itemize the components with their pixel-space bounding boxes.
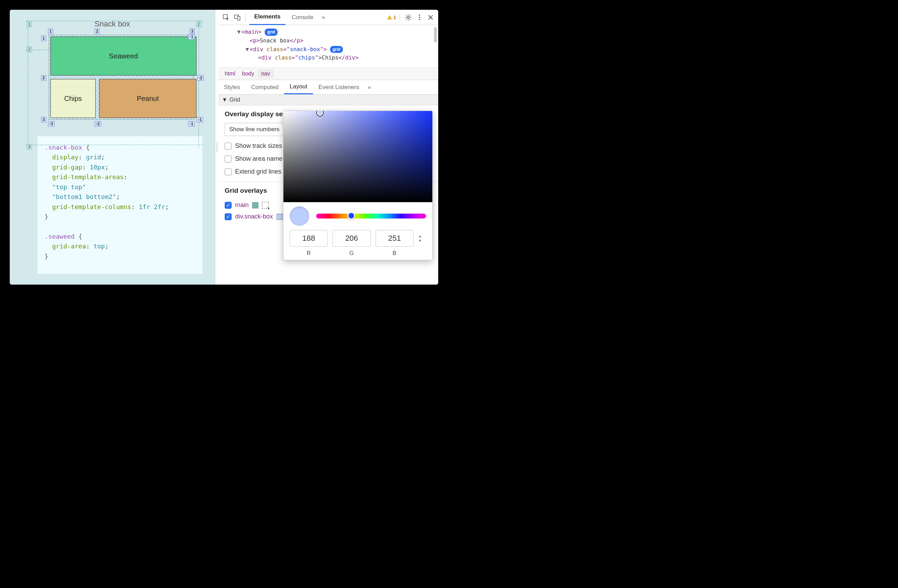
r-label: R (290, 247, 328, 256)
checkbox[interactable]: ✓ (224, 202, 232, 209)
grid-line-marker: 3 (27, 144, 32, 149)
pane-resizer[interactable] (215, 10, 218, 285)
svg-point-3 (407, 16, 409, 18)
color-mode-stepper[interactable]: ▲ ▼ (418, 230, 426, 243)
grid-cell-chips: Chips (51, 79, 95, 118)
checkbox[interactable] (224, 168, 232, 175)
grid-cell-seaweed: Seaweed (51, 37, 197, 75)
breadcrumb-html[interactable]: html (221, 69, 238, 78)
grid-extend-line (26, 21, 203, 21)
grid-line-marker: -2 (197, 75, 204, 81)
rgb-inputs: 188 R 206 G 251 B ▲ ▼ (283, 230, 432, 260)
grid-line-marker: -1 (188, 121, 195, 127)
svg-rect-2 (238, 16, 240, 20)
grid-badge[interactable]: grid (264, 29, 278, 36)
option-label: Show area name (235, 155, 282, 163)
svg-line-8 (406, 15, 407, 15)
scrollbar-thumb[interactable] (434, 27, 437, 42)
svg-line-11 (410, 15, 411, 15)
devtools-toolbar: Elements Console » 1 (218, 10, 438, 25)
g-label: G (332, 247, 371, 256)
grid-line-marker: 1 (41, 35, 46, 41)
svg-line-10 (406, 19, 407, 20)
color-swatch[interactable] (277, 214, 283, 220)
grid-line-marker: 3 (41, 117, 46, 123)
grid-outline: Seaweed Chips Peanut (49, 35, 194, 120)
page-title: Snack box (10, 10, 215, 35)
color-swatch[interactable] (252, 202, 258, 208)
grid-line-marker: -1 (197, 117, 203, 123)
grid-line-marker: 2 (41, 75, 46, 81)
grid-line-marker: -1 (188, 34, 195, 40)
grid-line-marker: 3 (189, 29, 195, 34)
grid-line-marker: -2 (95, 121, 101, 127)
r-input[interactable]: 188 (290, 230, 328, 247)
breadcrumb-body[interactable]: body (238, 69, 258, 78)
grid-line-marker: 1 (48, 29, 53, 34)
grid-line-marker: 2 (196, 22, 201, 27)
grid-line-marker: 2 (95, 29, 100, 34)
devtools-pane: Elements Console » 1 ▼<main> grid (218, 10, 438, 285)
saturation-panel[interactable] (283, 111, 432, 202)
subtab-layout[interactable]: Layout (284, 80, 313, 94)
subtab-computed[interactable]: Computed (246, 80, 284, 94)
grid-cell-peanut: Peanut (99, 79, 197, 118)
breadcrumb-nav[interactable]: nav (258, 69, 274, 78)
svg-point-13 (419, 17, 420, 18)
svg-point-14 (419, 19, 420, 20)
option-label: Show track sizes (235, 142, 282, 149)
close-icon[interactable] (426, 12, 435, 22)
css-code-block: .snack-box { display: grid; grid-gap: 10… (38, 136, 202, 274)
grid-extend-line (198, 20, 199, 148)
g-input[interactable]: 206 (332, 230, 371, 247)
breadcrumb: html body nav (218, 68, 438, 80)
highlight-icon[interactable] (262, 202, 269, 209)
grid-visualization: 1 2 3 -1 1 2 3 -2 -1 -3 -2 -1 Seaweed Ch… (49, 35, 194, 120)
chevron-up-icon: ▲ (418, 234, 426, 238)
checkbox[interactable] (224, 155, 232, 163)
subtab-styles[interactable]: Styles (218, 80, 246, 94)
warnings-count: 1 (394, 15, 396, 20)
warnings-badge[interactable]: 1 (387, 15, 396, 20)
b-input[interactable]: 251 (376, 230, 414, 247)
b-label: B (376, 247, 414, 256)
app-window: Snack box 1 2 3 2 1 2 3 -1 1 2 3 -2 -1 -… (10, 10, 438, 285)
color-picker-popup: 188 R 206 G 251 B ▲ ▼ (283, 111, 433, 260)
checkbox[interactable] (224, 143, 232, 149)
option-label: Extend grid lines (235, 168, 281, 175)
subtabs-overflow[interactable]: » (365, 80, 374, 94)
overlay-label: div.snack-box (235, 213, 273, 220)
subtab-event-listeners[interactable]: Event Listeners (313, 80, 365, 94)
grid-line-marker: -3 (48, 121, 55, 127)
line-numbers-select[interactable]: Show line numbers (224, 123, 284, 136)
chevron-down-icon: ▼ (222, 97, 228, 103)
styles-subtabs: Styles Computed Layout Event Listeners » (218, 80, 438, 95)
preview-pane: Snack box 1 2 3 2 1 2 3 -1 1 2 3 -2 -1 -… (10, 10, 215, 285)
selected-color-swatch (290, 206, 309, 226)
hue-thumb[interactable] (348, 212, 355, 220)
inspect-icon[interactable] (221, 12, 231, 22)
grid-badge[interactable]: grid (330, 46, 343, 53)
tab-elements[interactable]: Elements (249, 10, 286, 25)
dom-tree[interactable]: ▼<main> grid <p>Snack box</p> ▼<div clas… (218, 25, 438, 68)
hue-slider[interactable] (316, 214, 426, 219)
checkbox[interactable]: ✓ (224, 213, 232, 220)
grid-line-marker: 2 (27, 47, 32, 52)
grid-section-header[interactable]: ▼ Grid (218, 95, 438, 105)
tab-console[interactable]: Console (287, 10, 318, 25)
kebab-icon[interactable] (415, 12, 424, 22)
saturation-cursor[interactable] (317, 111, 323, 116)
tabs-overflow[interactable]: » (320, 10, 327, 25)
chevron-down-icon: ▼ (418, 239, 426, 243)
overlay-label: main (235, 202, 249, 209)
svg-point-12 (419, 15, 420, 16)
grid-extend-line (28, 20, 28, 148)
device-toggle-icon[interactable] (232, 12, 242, 22)
grid-section-label: Grid (229, 97, 240, 103)
svg-line-9 (410, 19, 411, 20)
grid-line-marker: 1 (27, 22, 32, 27)
gear-icon[interactable] (403, 12, 413, 22)
